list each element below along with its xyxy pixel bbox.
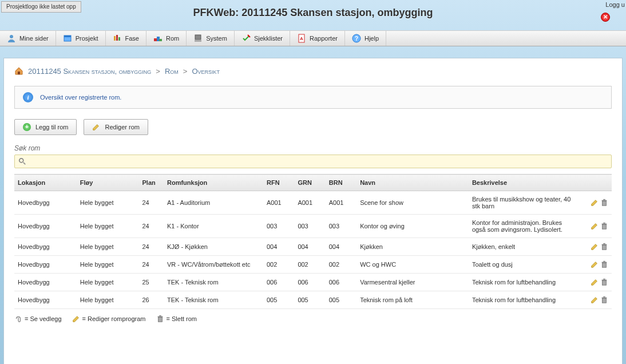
cell-floy: Hele bygget	[77, 274, 139, 291]
edit-row-icon[interactable]	[591, 296, 599, 303]
search-label: Søk rom	[4, 144, 622, 155]
menu-label: Rom	[166, 35, 179, 42]
button-label: Rediger rom	[105, 124, 140, 130]
cell-lokasjon: Hovedbygg	[14, 256, 77, 274]
col-lokasjon[interactable]: Lokasjon	[14, 175, 77, 191]
close-icon[interactable]: ✕	[601, 13, 610, 22]
menu-sjekklister[interactable]: Sjekklister	[235, 31, 290, 46]
breadcrumb-root[interactable]: 20111245 Skansen stasjon, ombygging	[28, 67, 151, 76]
col-beskrivelse[interactable]: Beskrivelse	[469, 175, 581, 191]
delete-row-icon[interactable]	[600, 199, 608, 205]
svg-rect-4	[116, 35, 118, 41]
logout-link[interactable]: Logg u	[605, 1, 625, 8]
svg-rect-2	[64, 35, 71, 37]
legend-attachment: = Se vedlegg	[14, 315, 62, 323]
legend-edit: = Rediger romprogram	[72, 315, 146, 323]
cell-grn: 002	[294, 256, 325, 274]
cell-plan: 24	[139, 191, 164, 215]
svg-rect-23	[603, 223, 605, 224]
cell-actions	[581, 215, 612, 238]
svg-rect-21	[603, 224, 607, 229]
col-brn[interactable]: BRN	[326, 175, 356, 191]
edit-row-icon[interactable]	[591, 199, 599, 205]
system-icon	[193, 34, 203, 43]
edit-row-icon[interactable]	[591, 243, 599, 250]
cell-lokasjon: Hovedbygg	[14, 274, 77, 291]
table-row[interactable]: HovedbyggHele bygget24KJØ - Kjøkken00400…	[14, 238, 612, 256]
cell-floy: Hele bygget	[77, 256, 139, 274]
col-rfn[interactable]: RFN	[263, 175, 294, 191]
plus-icon: +	[23, 123, 31, 131]
svg-line-17	[23, 163, 26, 165]
col-navn[interactable]: Navn	[356, 175, 469, 191]
search-bar[interactable]	[14, 155, 612, 168]
edit-row-icon[interactable]	[591, 222, 599, 229]
cell-floy: Hele bygget	[77, 215, 139, 238]
svg-rect-5	[118, 37, 120, 41]
table-row[interactable]: HovedbyggHele bygget24K1 - Kontor0030030…	[14, 215, 612, 238]
cell-rfn: 005	[263, 291, 294, 309]
svg-rect-32	[603, 279, 605, 280]
legend-delete: = Slett rom	[156, 315, 197, 323]
col-plan[interactable]: Plan	[139, 175, 164, 191]
edit-row-icon[interactable]	[591, 278, 599, 285]
svg-rect-26	[603, 243, 605, 244]
menu-rapporter[interactable]: A Rapporter	[290, 31, 345, 46]
cell-lokasjon: Hovedbygg	[14, 291, 77, 309]
cell-romfunksjon: TEK - Teknisk rom	[164, 274, 263, 291]
legend-text: = Slett rom	[167, 315, 197, 322]
delete-row-icon[interactable]	[600, 260, 608, 267]
page-title: PFKWeb: 20111245 Skansen stasjon, ombygg…	[0, 0, 626, 19]
cell-navn: Scene for show	[356, 191, 469, 215]
table-row[interactable]: HovedbyggHele bygget25TEK - Teknisk rom0…	[14, 274, 612, 291]
rooms-table: Lokasjon Fløy Plan Romfunksjon RFN GRN B…	[14, 174, 612, 309]
delete-row-icon[interactable]	[600, 296, 608, 303]
pencil-icon	[72, 315, 80, 323]
cell-grn: 004	[294, 238, 325, 256]
svg-rect-30	[603, 281, 607, 286]
home-icon[interactable]	[14, 66, 23, 76]
col-romfunksjon[interactable]: Romfunksjon	[164, 175, 263, 191]
col-grn[interactable]: GRN	[294, 175, 325, 191]
menu-mine-sider[interactable]: Mine sider	[0, 31, 56, 46]
cell-beskrivelse: Teknisk rom for luftbehandling	[469, 274, 581, 291]
delete-row-icon[interactable]	[600, 278, 608, 285]
menu-prosjekt[interactable]: Prosjekt	[56, 31, 106, 46]
breadcrumb-mid[interactable]: Rom	[165, 67, 179, 76]
delete-row-icon[interactable]	[600, 243, 608, 250]
project-logo-placeholder: Prosjektlogo ikke lastet opp	[1, 1, 81, 13]
col-floy[interactable]: Fløy	[77, 175, 139, 191]
cell-rfn: 002	[263, 256, 294, 274]
table-row[interactable]: HovedbyggHele bygget26TEK - Teknisk rom0…	[14, 291, 612, 309]
menu-system[interactable]: System	[187, 31, 235, 46]
svg-rect-33	[603, 299, 607, 303]
legend: = Se vedlegg = Rediger romprogram = Slet…	[4, 309, 622, 329]
delete-row-icon[interactable]	[600, 222, 608, 229]
search-input[interactable]	[26, 158, 608, 165]
menu-label: Sjekklister	[254, 35, 283, 42]
table-row[interactable]: HovedbyggHele bygget24VR - WC/Våtrom/bøt…	[14, 256, 612, 274]
cell-plan: 26	[139, 291, 164, 309]
cell-rfn: 004	[263, 238, 294, 256]
svg-point-0	[10, 35, 13, 38]
menu-label: System	[206, 35, 227, 42]
menu-label: Fase	[125, 35, 139, 42]
svg-rect-19	[602, 200, 607, 201]
menu-fase[interactable]: Fase	[106, 31, 146, 46]
cell-brn: 006	[326, 274, 356, 291]
breadcrumb-separator: >	[183, 67, 188, 76]
edit-row-icon[interactable]	[591, 260, 599, 267]
menu-hjelp[interactable]: ? Hjelp	[345, 31, 386, 46]
legend-text: = Rediger romprogram	[82, 315, 146, 322]
svg-rect-3	[114, 36, 116, 41]
svg-rect-34	[602, 298, 607, 299]
cell-rfn: A001	[263, 191, 294, 215]
edit-room-button[interactable]: Rediger rom	[84, 119, 148, 135]
breadcrumb-leaf: Oversikt	[192, 67, 220, 76]
table-row[interactable]: HovedbyggHele bygget24A1 - AuditoriumA00…	[14, 191, 612, 215]
cell-beskrivelse: Kontor for administrajon. Brukes også so…	[469, 215, 581, 238]
svg-rect-22	[602, 224, 607, 225]
svg-text:?: ?	[355, 35, 358, 42]
add-room-button[interactable]: + Legg til rom	[14, 119, 77, 135]
menu-rom[interactable]: Rom	[146, 31, 187, 46]
